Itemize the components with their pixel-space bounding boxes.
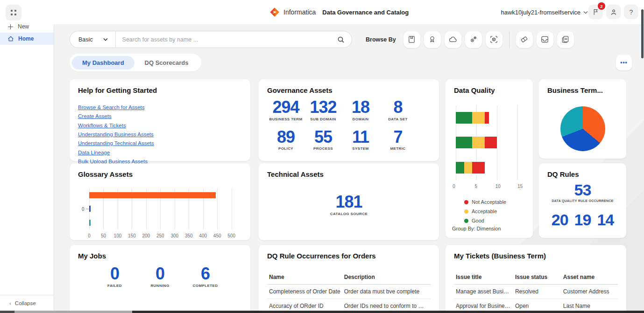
rule-link[interactable]: Accuracy of ORder ID (269, 303, 344, 309)
stat-catalog-source[interactable]: 181 CATALOG SOURCE (330, 193, 368, 216)
table-row: Manage asset Busine... Resolved Customer… (454, 285, 618, 299)
collapse-label: Collapse (15, 300, 36, 306)
ticket-link[interactable]: Approval for Busines... (456, 303, 515, 309)
ticket-link[interactable]: Manage asset Busine... (456, 288, 515, 295)
tab-dq-scorecards[interactable]: DQ Scorecards (134, 56, 199, 70)
help-button[interactable]: ? (624, 5, 638, 19)
search-input[interactable] (116, 36, 330, 43)
search-submit[interactable] (330, 36, 352, 43)
inbox-button[interactable] (537, 31, 553, 48)
horizontal-scrollbar-thumb[interactable] (132, 311, 644, 313)
sidebar-collapse-button[interactable]: ‹Collapse (0, 295, 54, 311)
card-my-jobs: My Jobs 0FAILED 0RUNNING 6COMPLETED (70, 245, 250, 313)
stat-failed[interactable]: 0FAILED (92, 264, 137, 288)
browse-catalog-button[interactable] (445, 31, 461, 48)
vertical-scrollbar-thumb[interactable] (641, 9, 644, 58)
x-axis: 050100150200250300350400450500 (89, 233, 236, 239)
bulk-pages-button[interactable] (557, 31, 574, 48)
card-title: Technical Assets (267, 170, 431, 178)
stat-data-set[interactable]: 8DATA SET (379, 98, 417, 121)
column-header: Issue status (515, 274, 563, 280)
main-content: Basic Browse By (54, 24, 644, 313)
notifications-button[interactable]: 2 (588, 5, 603, 19)
profile-button[interactable] (606, 5, 621, 19)
data-quality-chart[interactable]: 051015 Not AcceptableAcceptableGood (454, 105, 524, 223)
column-header: Name (269, 274, 344, 280)
informatica-logo-icon (269, 7, 280, 17)
stat-policy[interactable]: 89POLICY (267, 128, 304, 151)
stat-sub-domain[interactable]: 132SUB DOMAIN (304, 98, 342, 121)
stat-process[interactable]: 55PROCESS (304, 128, 342, 151)
group-by-label: Group By: Dimension (452, 226, 501, 231)
sidebar-item-new[interactable]: New (0, 21, 54, 33)
browse-stewardship-button[interactable] (424, 31, 441, 48)
ticket-icon (520, 35, 529, 44)
home-icon (7, 35, 14, 42)
stat-dq-rule-occurrence-label: DATA QUALITY RULE OCCURRENCE (547, 199, 618, 202)
tab-my-dashboard[interactable]: My Dashboard (72, 56, 134, 70)
card-data-quality: Data Quality 051015 Not AcceptableAccept… (446, 79, 533, 238)
card-governance-assets: Governance Assets 294BUSINESS TERM 132SU… (259, 79, 439, 161)
scan-cube-icon (489, 35, 498, 44)
help-link[interactable]: Data Lineage (78, 149, 242, 157)
plot-area (456, 105, 522, 180)
column-header: Issue title (456, 274, 515, 280)
horizontal-scrollbar[interactable] (14, 311, 132, 313)
waffle-icon (11, 10, 16, 15)
sidebar-item-label: Home (18, 35, 34, 42)
sidebar: New Home ‹Collapse (0, 0, 54, 313)
search-scope-dropdown[interactable]: Basic (70, 36, 115, 43)
stat-metric[interactable]: 7METRIC (379, 128, 417, 151)
rule-description: Order IDs need to conform to our... (344, 303, 429, 309)
column-header: Asset name (563, 274, 616, 280)
stat-system[interactable]: 11SYSTEM (342, 128, 379, 151)
search-scope-value: Basic (78, 36, 93, 43)
help-link[interactable]: Browse & Search for Assets (78, 104, 242, 112)
tray-icon (540, 35, 549, 44)
help-link[interactable]: Understanding Business Assets (78, 131, 242, 139)
cloud-icon (448, 35, 458, 44)
card-title: Help for Getting Started (78, 86, 242, 94)
copy-pages-icon (561, 35, 570, 44)
dashboard-more-button[interactable]: ••• (616, 55, 632, 70)
stat-completed[interactable]: 6COMPLETED (183, 264, 228, 288)
dq-rules-stat[interactable]: 14 (597, 211, 614, 229)
dq-rules-stat[interactable]: 20 (552, 211, 568, 229)
browse-glossary-button[interactable] (403, 31, 420, 48)
business-term-pie-chart[interactable] (560, 106, 605, 151)
chevron-down-icon (583, 11, 588, 14)
help-link[interactable]: Create Assets (78, 112, 242, 121)
help-link[interactable]: Understanding Technical Assets (78, 139, 242, 148)
card-title: My Tickets (Business Term) (454, 252, 618, 260)
award-icon (428, 35, 437, 44)
search-bar: Basic (70, 31, 352, 48)
rule-link[interactable]: Completeness of Order Date (269, 288, 344, 295)
help-link[interactable]: Workflows & Tickets (78, 122, 242, 130)
tickets-button[interactable] (516, 31, 533, 48)
dq-rules-stat[interactable]: 19 (574, 211, 591, 229)
horizontal-scrollbar[interactable] (0, 311, 14, 313)
search-icon (337, 36, 345, 43)
top-header: Informatica Data Governance and Catalog … (54, 0, 644, 24)
browse-processes-button[interactable] (465, 31, 482, 48)
sidebar-item-home[interactable]: Home (0, 33, 54, 45)
chart-legend: Not AcceptableAcceptableGood (464, 199, 524, 223)
card-glossary-assets: Glossary Assets 0 0501001502002503003504… (70, 163, 250, 240)
person-icon (610, 8, 617, 16)
stat-dq-rule-occurrence-value[interactable]: 53 (547, 181, 618, 199)
card-dq-rules: DQ Rules 53 DATA QUALITY RULE OCCURRENCE… (539, 163, 626, 238)
dashboard-tabs: My Dashboard DQ Scorecards (70, 54, 201, 71)
plus-icon (7, 24, 14, 30)
dq-occurrences-table: Name Description Completeness of Order D… (267, 270, 431, 313)
y-tick: 0 (82, 207, 89, 212)
stat-business-term[interactable]: 294BUSINESS TERM (267, 98, 304, 121)
ticket-asset: Last Name (563, 303, 616, 309)
glossary-assets-chart[interactable]: 0 050100150200250300350400450500 (78, 188, 242, 239)
app-switcher-button[interactable] (6, 5, 21, 21)
stat-running[interactable]: 0RUNNING (137, 264, 183, 288)
card-title: My Jobs (78, 252, 242, 260)
browse-scan-button[interactable] (486, 31, 502, 48)
stat-domain[interactable]: 18DOMAIN (342, 98, 379, 121)
card-title: Glossary Assets (78, 170, 242, 178)
user-menu[interactable]: hawk10july21-fromselfservice (501, 0, 588, 24)
